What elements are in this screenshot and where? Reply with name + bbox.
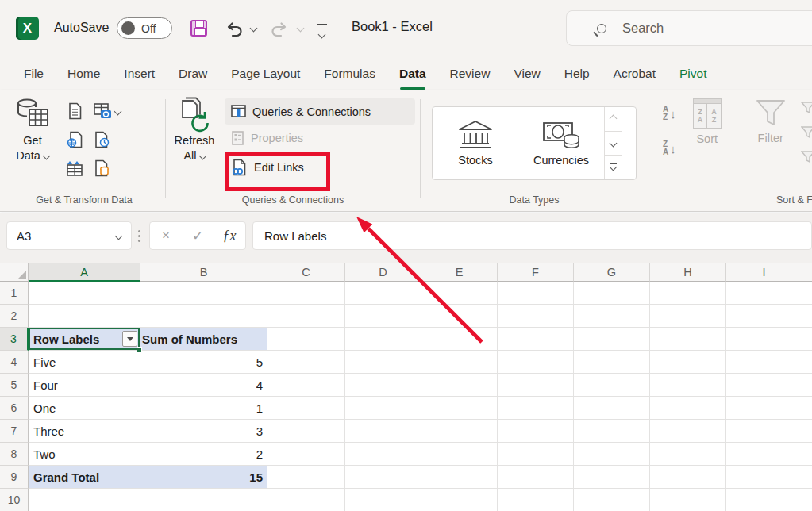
cell-b9-grand-total[interactable]: 15 <box>140 466 267 489</box>
column-header-c[interactable]: C <box>267 263 345 282</box>
cell[interactable] <box>345 443 421 466</box>
cell[interactable] <box>498 489 574 511</box>
gallery-down-button[interactable] <box>605 131 622 156</box>
cell[interactable] <box>345 420 421 443</box>
name-box[interactable]: A3 <box>6 221 132 250</box>
row-header[interactable]: 8 <box>0 443 29 466</box>
cell[interactable] <box>802 282 812 305</box>
refresh-all-button[interactable]: Refresh All <box>169 97 220 163</box>
autosave-toggle[interactable]: Off <box>117 17 172 39</box>
cell[interactable] <box>726 489 802 511</box>
cell[interactable] <box>650 397 726 420</box>
cell[interactable] <box>421 397 498 420</box>
tab-page-layout[interactable]: Page Layout <box>231 57 300 90</box>
cell[interactable] <box>802 443 812 466</box>
fill-handle[interactable] <box>137 347 142 352</box>
column-header-g[interactable]: G <box>574 263 650 282</box>
existing-connections-button[interactable] <box>90 154 129 182</box>
cell[interactable] <box>267 489 345 511</box>
column-header-i[interactable]: I <box>726 263 802 282</box>
cell[interactable] <box>498 466 574 489</box>
cell[interactable] <box>726 305 802 328</box>
select-all-corner[interactable] <box>0 263 29 282</box>
cell[interactable] <box>421 374 498 397</box>
cell[interactable] <box>345 374 421 397</box>
cell[interactable] <box>574 466 650 489</box>
column-header-f[interactable]: F <box>498 263 574 282</box>
cell[interactable] <box>574 420 650 443</box>
sort-button[interactable]: ZAAZ Sort <box>683 98 732 147</box>
cancel-button[interactable]: × <box>150 228 182 244</box>
cell[interactable] <box>267 397 345 420</box>
cell[interactable] <box>726 328 802 351</box>
tab-formulas[interactable]: Formulas <box>324 57 375 90</box>
sort-ascending-button[interactable]: AZ ↓ <box>663 100 676 127</box>
tab-acrobat[interactable]: Acrobat <box>614 57 656 90</box>
row-header[interactable]: 3 <box>0 328 29 351</box>
undo-button[interactable] <box>225 19 244 38</box>
gallery-more-button[interactable] <box>605 156 622 179</box>
cell[interactable] <box>802 374 812 397</box>
column-header-b[interactable]: B <box>140 263 267 282</box>
cell[interactable] <box>650 489 726 511</box>
edit-links-button[interactable]: Edit Links <box>225 151 415 183</box>
cell[interactable] <box>726 420 802 443</box>
cell[interactable] <box>421 466 498 489</box>
from-picture-button[interactable] <box>90 97 129 125</box>
cell[interactable] <box>29 282 140 305</box>
cell[interactable] <box>267 443 345 466</box>
search-box[interactable]: Search <box>566 10 812 46</box>
enter-button[interactable]: ✓ <box>182 228 214 244</box>
column-header-a[interactable]: A <box>29 263 140 282</box>
from-web-button[interactable] <box>63 125 90 154</box>
cell[interactable] <box>345 282 421 305</box>
column-header-h[interactable]: H <box>650 263 726 282</box>
cell-b4[interactable]: 5 <box>140 351 267 374</box>
cell-a6[interactable]: One <box>29 397 140 420</box>
row-header[interactable]: 9 <box>0 466 29 489</box>
cell[interactable] <box>421 305 498 328</box>
sort-descending-button[interactable]: ZA ↓ <box>663 135 676 162</box>
cell[interactable] <box>345 397 421 420</box>
cell[interactable] <box>802 351 812 374</box>
cell[interactable] <box>345 489 421 511</box>
cell[interactable] <box>345 466 421 489</box>
cell[interactable] <box>267 282 345 305</box>
cell[interactable] <box>421 282 498 305</box>
cell[interactable] <box>29 489 140 511</box>
cell[interactable] <box>345 328 421 351</box>
cell[interactable] <box>726 443 802 466</box>
cell-a4[interactable]: Five <box>29 351 140 374</box>
cell[interactable] <box>574 305 650 328</box>
cell-b7[interactable]: 3 <box>140 420 267 443</box>
cell[interactable] <box>574 374 650 397</box>
cell-a8[interactable]: Two <box>29 443 140 466</box>
cell[interactable] <box>421 443 498 466</box>
cell[interactable] <box>650 351 726 374</box>
cell[interactable] <box>574 443 650 466</box>
cell[interactable] <box>498 351 574 374</box>
save-button[interactable] <box>190 20 207 36</box>
cell[interactable] <box>650 443 726 466</box>
tab-help[interactable]: Help <box>564 57 590 90</box>
row-header[interactable]: 5 <box>0 374 29 397</box>
row-header[interactable]: 7 <box>0 420 29 443</box>
cell[interactable] <box>574 328 650 351</box>
chevron-down-icon[interactable] <box>114 107 122 115</box>
tab-data[interactable]: Data <box>399 57 426 90</box>
excel-logo-icon[interactable]: X <box>16 17 39 40</box>
column-header-e[interactable]: E <box>421 263 498 282</box>
cell[interactable] <box>802 420 812 443</box>
cell[interactable] <box>802 466 812 489</box>
cell-a9-grand-total[interactable]: Grand Total <box>29 466 140 489</box>
from-table-range-button[interactable] <box>63 154 90 182</box>
tab-review[interactable]: Review <box>450 57 491 90</box>
cell[interactable] <box>267 420 345 443</box>
cell[interactable] <box>267 466 345 489</box>
cell[interactable] <box>802 397 812 420</box>
gallery-up-button[interactable] <box>605 107 622 131</box>
cell[interactable] <box>650 282 726 305</box>
row-header[interactable]: 2 <box>0 305 29 328</box>
cell[interactable] <box>650 466 726 489</box>
cell[interactable] <box>267 374 345 397</box>
